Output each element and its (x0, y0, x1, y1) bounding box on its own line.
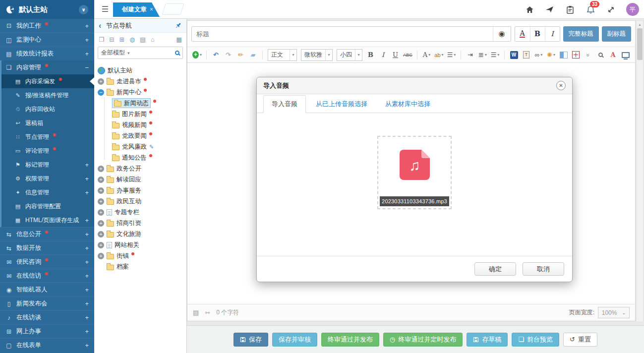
underline-icon[interactable]: U (390, 49, 401, 61)
user-avatar[interactable]: 平 (626, 3, 639, 16)
list-settings-icon[interactable]: ▦ (176, 36, 182, 43)
tree-node[interactable]: 图片新闻 (112, 109, 184, 119)
tree-node[interactable]: +街镇 (98, 250, 184, 261)
autoformat-wand-icon[interactable]: ✺▾ (546, 49, 556, 61)
link-icon[interactable]: ∞▾ (533, 49, 544, 61)
sidebar-item-monitor-center[interactable]: ◫监测中心+ (0, 33, 94, 47)
expand-plus-icon[interactable]: + (85, 189, 89, 196)
sidebar-item-online-petition[interactable]: ✉在线信访+ (0, 269, 94, 283)
tree-node-root[interactable]: 默认主站 (98, 65, 184, 76)
refresh-doc-icon[interactable]: ▤ (140, 36, 146, 43)
font-color-icon[interactable]: A▾ (421, 49, 432, 61)
upload-drop-area[interactable]: ♫ 20230331103343736.mp3 (377, 136, 452, 209)
dialog-header[interactable]: 导入音频 ✕ (257, 77, 572, 94)
expand-plus-icon[interactable]: + (98, 220, 104, 227)
sidebar-item-open-data[interactable]: ⇆数据开放+ (0, 241, 94, 255)
sidebar-item-info-mgmt[interactable]: ✦信息管理+ (1, 185, 94, 199)
save-draft-button[interactable]: 存草稿 (467, 333, 508, 347)
tree-node[interactable]: 通知公告 (112, 152, 184, 163)
eraser-icon[interactable]: ▰ (248, 49, 258, 61)
expand-plus-icon[interactable]: + (85, 272, 89, 280)
tree-node[interactable]: 党风廉政✎ (112, 141, 184, 152)
element-path-icon[interactable]: ▤ (193, 309, 199, 316)
tree-node[interactable]: +专题专栏 (98, 207, 184, 218)
sidebar-item-online-forms[interactable]: ▢在线表单+ (0, 338, 94, 352)
audio-file-icon[interactable]: ♫ (400, 150, 430, 180)
tree-node[interactable]: +文化旅游 (98, 229, 184, 239)
format-painter-icon[interactable]: ✏ (235, 49, 246, 61)
model-filter-dropdown[interactable]: 全部模型 (101, 49, 125, 57)
align-icon[interactable]: ☰▾ (446, 49, 457, 61)
expand-plus-icon[interactable]: + (85, 314, 89, 321)
font-style-icon[interactable]: A (608, 49, 618, 61)
sidebar-collapse-icon[interactable]: ☰ (100, 4, 111, 14)
site-brand[interactable]: 默认主站 ∨ (0, 0, 94, 19)
expand-plus-icon[interactable]: + (98, 78, 104, 85)
scrollbar-thumb[interactable] (637, 28, 643, 60)
scroll-up-arrow-icon[interactable]: ▲ (637, 21, 643, 28)
italic-icon[interactable]: I (378, 49, 388, 61)
undo-icon[interactable]: ↶ (211, 49, 221, 61)
ordered-list-icon[interactable]: ≣▾ (477, 49, 488, 61)
sidebar-item-content-mgmt[interactable]: ❏内容管理− (1, 60, 94, 74)
tree-node[interactable]: +招商引资 (98, 218, 184, 229)
ok-button[interactable]: 确定 (474, 262, 516, 276)
tree-node[interactable]: +网站相关 (98, 239, 184, 250)
clipboard-tasks-icon[interactable] (565, 4, 575, 14)
subtitle-button[interactable]: 副标题 (602, 26, 632, 42)
expand-plus-icon[interactable]: + (98, 176, 104, 183)
expand-plus-icon[interactable]: + (85, 50, 89, 58)
globe-icon[interactable]: ◍ (129, 36, 135, 43)
indent-icon[interactable]: ⇥ (465, 49, 475, 61)
expand-plus-icon[interactable]: + (98, 231, 104, 237)
collapse-minus-icon[interactable]: − (85, 64, 89, 71)
tab-create-article[interactable]: 创建文章 × (113, 2, 160, 17)
reset-button[interactable]: ↺重置 (563, 333, 597, 347)
sidebar-item-performance-report[interactable]: ▤绩效统计报表+ (0, 47, 94, 60)
expand-plus-icon[interactable]: + (85, 22, 89, 30)
notifications-bell-icon[interactable]: 33 (585, 4, 595, 14)
cancel-button[interactable]: 取消 (523, 262, 564, 276)
redo-icon[interactable]: ↷ (223, 49, 234, 61)
strikethrough-icon[interactable]: ABC (403, 49, 413, 61)
unordered-list-icon[interactable]: ☰▾ (490, 49, 500, 61)
save-button[interactable]: 保存 (234, 333, 268, 347)
sidebar-item-info-disclosure[interactable]: ⇆信息公开+ (0, 227, 94, 241)
panel-back-chevron-icon[interactable]: ‹ (99, 19, 101, 32)
copy-icon[interactable]: ❐ (99, 36, 104, 43)
frontend-preview-button[interactable]: ❏前台预览 (512, 333, 559, 347)
sidebar-item-online-interview[interactable]: ♪在线访谈+ (0, 310, 94, 324)
approve-publish-button[interactable]: 终审通过并发布 (321, 333, 379, 347)
tree-node[interactable]: 视频新闻 (112, 119, 184, 130)
tree-node[interactable]: 档案 (98, 261, 184, 272)
tree-search-input[interactable] (132, 50, 173, 57)
home-node-icon[interactable]: ⌂ (151, 36, 155, 43)
expand-plus-icon[interactable]: + (85, 258, 89, 266)
collapse-minus-icon[interactable]: − (98, 89, 104, 96)
tree-node[interactable]: +政务公开 (98, 163, 184, 174)
home-icon[interactable] (525, 4, 534, 14)
search-replace-icon[interactable] (595, 49, 606, 61)
expand-plus-icon[interactable]: + (98, 253, 104, 259)
font-size-select[interactable]: 小四▾ (337, 49, 362, 61)
sidebar-item-returned-box[interactable]: ↩退稿箱 (1, 116, 94, 130)
sidebar-item-comment-mgmt[interactable]: ▭评论管理 (1, 144, 94, 158)
drag-resize-icon[interactable]: ⇿ (205, 309, 210, 316)
save-and-review-button[interactable]: 保存并审核 (272, 333, 317, 347)
title-bold-button[interactable]: B (530, 27, 545, 41)
sidebar-item-node-mgmt[interactable]: ∷节点管理 (1, 130, 94, 144)
expand-plus-icon[interactable]: + (85, 161, 89, 169)
expand-plus-icon[interactable]: + (85, 286, 89, 294)
tab-uploaded-audio[interactable]: 从已上传音频选择 (308, 96, 375, 113)
tab-import-audio[interactable]: 导入音频 (263, 95, 306, 113)
paragraph-select[interactable]: 正文▾ (268, 49, 297, 61)
tab-close-icon[interactable]: × (150, 2, 153, 17)
expand-tree-icon[interactable]: ⊞ (119, 36, 124, 43)
bird-icon[interactable] (545, 4, 555, 14)
full-title-button[interactable]: 完整标题 (563, 26, 599, 42)
sidebar-item-recycle-bin[interactable]: ♲内容回收站 (1, 102, 94, 116)
sidebar-item-citizen-consult[interactable]: ✉便民咨询+ (0, 255, 94, 269)
expand-plus-icon[interactable]: + (85, 175, 89, 182)
expand-plus-icon[interactable]: + (85, 231, 89, 238)
sidebar-item-press-conference[interactable]: ▯新闻发布会+ (0, 296, 94, 310)
